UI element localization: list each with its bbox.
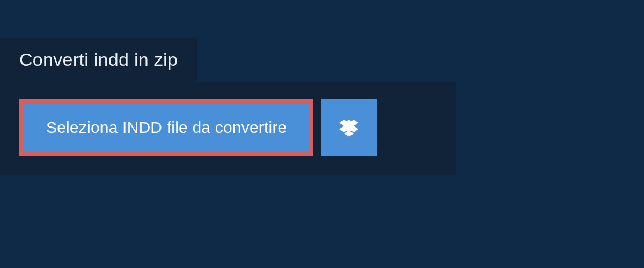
dropbox-button[interactable] [321,99,377,156]
button-row: Seleziona INDD file da convertire [19,99,437,156]
select-file-label: Seleziona INDD file da convertire [46,118,287,137]
dropbox-icon [339,118,358,137]
tab-label: Converti indd in zip [19,49,178,70]
tab-convert[interactable]: Converti indd in zip [0,38,197,82]
tab-bar: Converti indd in zip Seleziona INDD file… [0,38,644,175]
convert-panel: Seleziona INDD file da convertire [0,82,456,175]
select-file-button[interactable]: Seleziona INDD file da convertire [19,99,313,156]
